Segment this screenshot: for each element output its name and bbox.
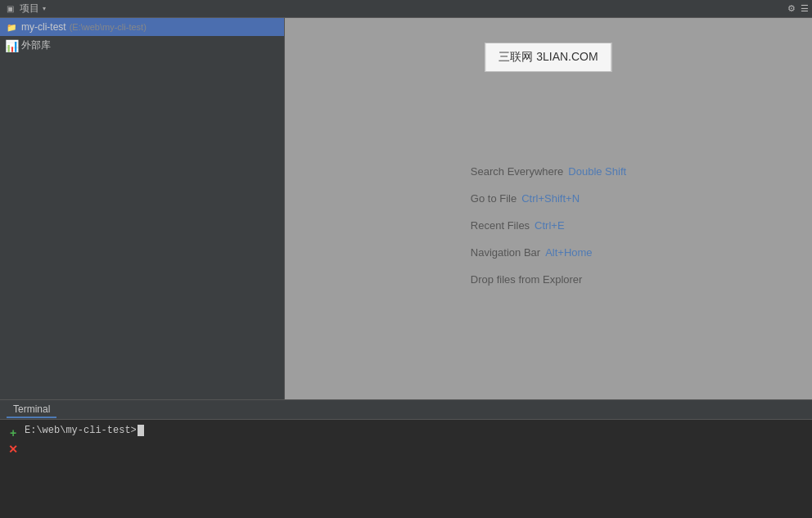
terminal-content[interactable]: E:\web\my-cli-test> (25, 425, 805, 436)
top-bar-actions: ⚙ ☰ (787, 3, 809, 14)
settings-icon[interactable]: ⚙ (787, 3, 796, 14)
terminal-actions: + ✕ (7, 425, 20, 456)
layout-icon[interactable]: ☰ (801, 3, 809, 14)
editor-area[interactable]: 三联网 3LIAN.COM Search Everywhere Double S… (285, 18, 812, 399)
sidebar-item-project[interactable]: 📁 my-cli-test (E:\web\my-cli-test) (0, 18, 284, 36)
terminal-panel: Terminal + ✕ E:\web\my-cli-test> (0, 399, 812, 518)
project-path: (E:\web\my-cli-test) (70, 22, 147, 32)
terminal-close-button[interactable]: ✕ (7, 443, 20, 456)
shortcut-recent-files: Recent Files Ctrl+E (471, 219, 626, 232)
shortcut-key-recent: Ctrl+E (535, 219, 564, 232)
shortcut-drop-files: Drop files from Explorer (471, 273, 626, 286)
shortcut-label-drop: Drop files from Explorer (471, 273, 583, 286)
terminal-tab[interactable]: Terminal (7, 402, 56, 418)
folder-icon: 📁 (5, 20, 18, 34)
shortcut-key-nav: Alt+Home (545, 246, 592, 259)
main-content: 📁 my-cli-test (E:\web\my-cli-test) 📊 外部库… (0, 18, 812, 399)
shortcut-key-goto: Ctrl+Shift+N (521, 192, 580, 205)
terminal-toolbar: + ✕ E:\web\my-cli-test> (7, 425, 805, 513)
project-name: my-cli-test (21, 21, 66, 33)
watermark-text: 三联网 3LIAN.COM (498, 50, 598, 63)
shortcut-nav-bar: Navigation Bar Alt+Home (471, 246, 626, 259)
terminal-prompt-text: E:\web\my-cli-test> (25, 425, 137, 436)
shortcuts-panel: Search Everywhere Double Shift Go to Fil… (471, 165, 626, 286)
library-label: 外部库 (21, 38, 51, 52)
project-icon: ▣ (3, 2, 16, 16)
watermark-box: 三联网 3LIAN.COM (485, 43, 611, 72)
terminal-body: + ✕ E:\web\my-cli-test> (0, 420, 812, 518)
sidebar: 📁 my-cli-test (E:\web\my-cli-test) 📊 外部库 (0, 18, 285, 399)
project-section: ▣ 项目 ▾ (3, 2, 46, 16)
shortcut-key-search: Double Shift (568, 165, 626, 178)
shortcut-label-search: Search Everywhere (471, 165, 563, 178)
sidebar-item-libraries[interactable]: 📊 外部库 (0, 36, 284, 55)
terminal-prompt-line: E:\web\my-cli-test> (25, 425, 805, 436)
terminal-cursor (138, 425, 144, 436)
shortcut-label-goto: Go to File (471, 192, 517, 205)
terminal-add-button[interactable]: + (7, 426, 20, 439)
dropdown-arrow-icon[interactable]: ▾ (43, 5, 46, 12)
library-icon: 📊 (5, 39, 18, 52)
top-bar: ▣ 项目 ▾ ⚙ ☰ (0, 0, 812, 18)
shortcut-label-nav: Navigation Bar (471, 246, 540, 259)
terminal-header: Terminal (0, 400, 812, 420)
shortcut-search-everywhere: Search Everywhere Double Shift (471, 165, 626, 178)
shortcut-goto-file: Go to File Ctrl+Shift+N (471, 192, 626, 205)
project-label: 项目 (20, 2, 39, 16)
shortcut-label-recent: Recent Files (471, 219, 530, 232)
